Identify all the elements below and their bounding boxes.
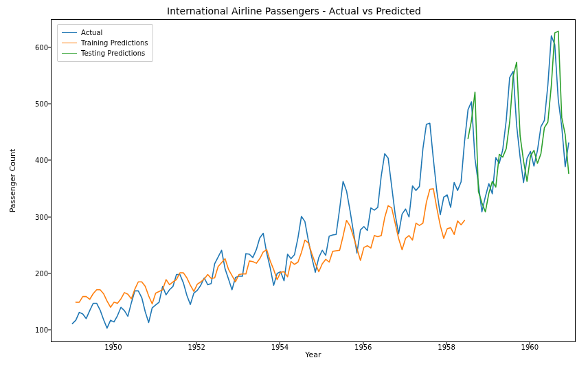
plot-svg <box>52 20 576 343</box>
legend-label-training: Training Predictions <box>81 39 148 47</box>
series-line-actual <box>72 36 569 328</box>
legend: Actual Training Predictions Testing Pred… <box>57 24 153 62</box>
y-tick-mark <box>48 273 51 273</box>
x-tick-mark <box>113 342 113 345</box>
y-tick-label: 400 <box>33 157 48 164</box>
series-line-training-predictions <box>76 189 464 308</box>
y-tick-label: 500 <box>33 100 48 108</box>
legend-item-actual: Actual <box>62 27 148 38</box>
legend-label-actual: Actual <box>81 29 102 36</box>
x-tick-mark <box>196 342 197 345</box>
chart-title: International Airline Passengers - Actua… <box>0 5 588 16</box>
x-tick-mark <box>446 342 447 345</box>
y-tick-mark <box>48 104 51 104</box>
series-line-testing-predictions <box>468 31 569 212</box>
legend-swatch-training <box>62 43 77 43</box>
x-tick-mark <box>363 342 363 345</box>
y-tick-label: 300 <box>33 213 48 221</box>
legend-item-training: Training Predictions <box>62 38 148 48</box>
y-tick-label: 600 <box>33 44 48 52</box>
plot-axes <box>51 19 576 342</box>
y-tick-label: 200 <box>33 269 48 277</box>
y-tick-mark <box>48 329 51 330</box>
x-axis-label: Year <box>51 350 576 359</box>
legend-swatch-testing <box>62 53 77 54</box>
chart-figure: International Airline Passengers - Actua… <box>0 0 588 371</box>
legend-item-testing: Testing Predictions <box>62 48 148 58</box>
y-tick-label: 100 <box>33 326 48 333</box>
x-tick-mark <box>530 342 530 345</box>
y-tick-mark <box>48 160 51 161</box>
y-tick-mark <box>48 216 51 217</box>
legend-swatch-actual <box>62 32 77 33</box>
x-tick-mark <box>280 342 280 345</box>
y-tick-mark <box>48 47 51 48</box>
legend-label-testing: Testing Predictions <box>81 49 145 57</box>
y-axis-label: Passenger Count <box>8 19 17 342</box>
